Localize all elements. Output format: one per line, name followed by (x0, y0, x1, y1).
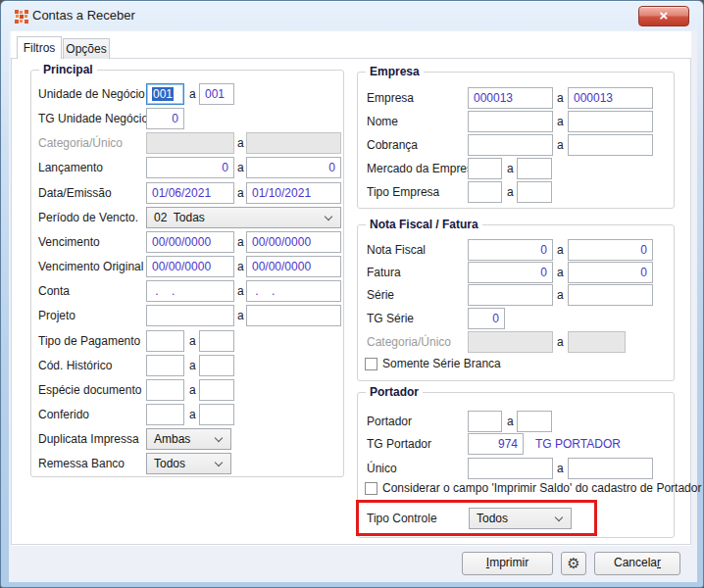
tipo-empresa-from-input[interactable] (468, 181, 502, 203)
conta-from-input[interactable]: . . (146, 280, 234, 302)
unidade-negocio-from-input[interactable]: 001 (146, 83, 184, 105)
range-separator: a (507, 158, 514, 179)
group-principal-title: Principal (39, 63, 97, 76)
range-separator: a (237, 305, 244, 326)
portador-label: Portador (367, 411, 412, 432)
nota-fiscal-label: Nota Fiscal (367, 239, 426, 261)
tipo-pagamento-to-input[interactable] (199, 330, 234, 352)
categoria-unico-label: Categoria/Único (38, 132, 123, 154)
nota-fiscal-from-input[interactable]: 0 (468, 239, 553, 261)
fatura-label: Fatura (367, 262, 401, 283)
chevron-down-icon (555, 514, 563, 521)
nf-categoria-unico-from-input (468, 331, 553, 353)
close-button[interactable]: × (638, 6, 689, 26)
vencimento-to-input[interactable]: 00/00/0000 (246, 231, 341, 253)
cancelar-button[interactable]: Cancelar (594, 552, 680, 575)
especie-documento-from-input[interactable] (146, 379, 184, 401)
remessa-banco-select[interactable]: Todos (146, 453, 231, 474)
projeto-label: Projeto (38, 305, 75, 326)
tipo-empresa-to-input[interactable] (517, 181, 552, 203)
data-emissao-label: Data/Emissão (38, 182, 112, 204)
lancamento-to-input[interactable]: 0 (246, 157, 341, 178)
vencimento-original-from-input[interactable]: 00/00/0000 (146, 256, 234, 277)
somente-serie-branca-checkbox[interactable]: Somente Série Branca (365, 356, 501, 371)
data-emissao-from-input[interactable]: 01/06/2021 (146, 182, 234, 204)
serie-to-input[interactable] (568, 284, 653, 306)
empresa-from-input[interactable]: 000013 (468, 87, 553, 109)
serie-from-input[interactable] (468, 284, 553, 306)
range-separator: a (189, 355, 196, 376)
vencimento-original-to-input[interactable]: 00/00/0000 (246, 256, 341, 277)
conferido-to-input[interactable] (199, 404, 234, 425)
gear-icon: ⚙ (567, 555, 579, 571)
group-nota-fiscal-title: Nota Fiscal / Fatura (366, 218, 482, 231)
unidade-negocio-to-input[interactable]: 001 (199, 83, 234, 105)
categoria-unico-from-input (146, 132, 234, 154)
tg-portador-label: TG Portador (367, 433, 431, 455)
cancelar-rest: Cancela (614, 556, 657, 569)
range-separator: a (557, 111, 564, 132)
especie-documento-to-input[interactable] (199, 379, 234, 401)
range-separator: a (557, 331, 564, 353)
nome-to-input[interactable] (568, 111, 653, 132)
conferido-label: Conferido (38, 404, 89, 425)
selected-option: Todos (154, 457, 185, 470)
conta-to-input[interactable]: . . (246, 280, 341, 302)
range-separator: a (507, 181, 514, 203)
nota-fiscal-to-input[interactable]: 0 (568, 239, 653, 261)
mercado-empresa-from-input[interactable] (468, 158, 502, 179)
vencimento-original-label: Vencimento Original (38, 256, 143, 277)
periodo-vencto-label: Período de Vencto. (38, 207, 138, 228)
tipo-pagamento-label: Tipo de Pagamento (38, 330, 140, 352)
mercado-empresa-to-input[interactable] (517, 158, 552, 179)
range-separator: a (237, 280, 244, 302)
nome-from-input[interactable] (468, 111, 553, 132)
range-separator: a (507, 411, 514, 432)
empresa-to-input[interactable]: 000013 (568, 87, 653, 109)
projeto-from-input[interactable] (146, 305, 234, 326)
selected-option: Ambas (154, 432, 190, 446)
range-separator: a (557, 284, 564, 306)
tg-serie-input[interactable]: 0 (468, 308, 505, 329)
considerar-imprimir-saldo-checkbox[interactable]: Considerar o campo 'Imprimir Saldo' do c… (365, 480, 701, 496)
tipo-pagamento-from-input[interactable] (146, 330, 184, 352)
portador-to-input[interactable] (517, 411, 552, 432)
portador-from-input[interactable] (468, 411, 502, 432)
lancamento-from-input[interactable]: 0 (146, 157, 234, 178)
tg-unidade-label: TG Unidade Negócio (38, 108, 148, 129)
fatura-from-input[interactable]: 0 (468, 262, 553, 283)
tab-opcoes[interactable]: Opções (63, 38, 110, 59)
vencimento-label: Vencimento (38, 231, 100, 253)
range-separator: a (557, 262, 564, 283)
cod-historico-from-input[interactable] (146, 355, 184, 376)
periodo-vencto-select[interactable]: 02 Todas (146, 207, 341, 228)
imprimir-button[interactable]: Imprimir (462, 552, 553, 575)
unico-to-input[interactable] (568, 458, 653, 479)
cobranca-from-input[interactable] (468, 134, 553, 156)
range-separator: a (237, 132, 244, 154)
vencimento-from-input[interactable]: 00/00/0000 (146, 231, 234, 253)
chevron-down-icon (325, 213, 332, 220)
fatura-to-input[interactable]: 0 (568, 262, 653, 283)
range-separator: a (189, 404, 196, 425)
group-portador-title: Portador (366, 385, 423, 399)
imprimir-rest: mprimir (489, 556, 528, 569)
tipo-controle-select[interactable]: Todos (469, 508, 572, 529)
conferido-from-input[interactable] (146, 404, 184, 425)
duplicata-impressa-label: Duplicata Impressa (38, 428, 139, 450)
tg-portador-input[interactable]: 974 (468, 433, 524, 455)
range-separator: a (189, 379, 196, 401)
tab-filtros[interactable]: Filtros (17, 36, 62, 59)
unico-from-input[interactable] (468, 458, 553, 479)
contas-a-receber-dialog: Contas a Receber × Filtros Opções Princi… (0, 0, 704, 588)
selected-text: 001 (152, 87, 174, 101)
tg-unidade-input[interactable]: 0 (146, 108, 184, 129)
especie-documento-label: Espécie documento (38, 379, 141, 401)
range-separator: a (189, 83, 196, 105)
settings-button[interactable]: ⚙ (561, 552, 586, 575)
data-emissao-to-input[interactable]: 01/10/2021 (246, 182, 341, 204)
duplicata-impressa-select[interactable]: Ambas (146, 428, 231, 450)
projeto-to-input[interactable] (246, 305, 341, 326)
cobranca-to-input[interactable] (568, 134, 653, 156)
cod-historico-to-input[interactable] (199, 355, 234, 376)
